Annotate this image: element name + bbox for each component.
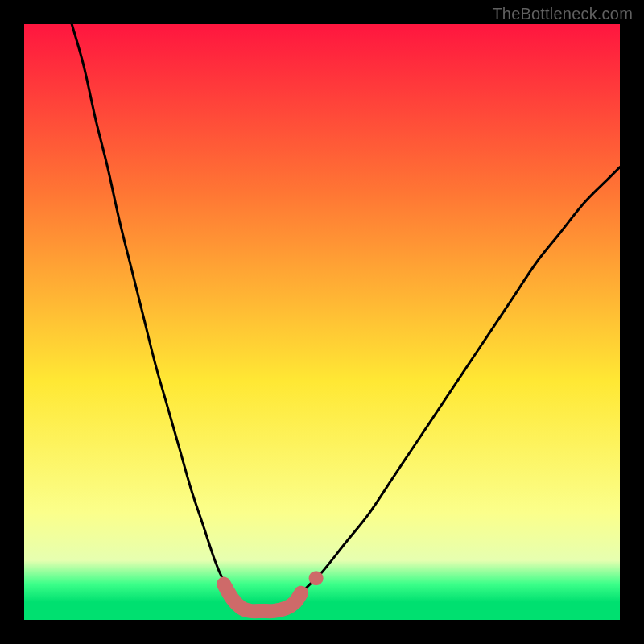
plot-background <box>24 24 620 620</box>
chart-container: TheBottleneck.com <box>0 0 644 644</box>
right-dot <box>309 571 324 585</box>
watermark-text: TheBottleneck.com <box>492 5 633 23</box>
chart-svg <box>0 0 644 644</box>
